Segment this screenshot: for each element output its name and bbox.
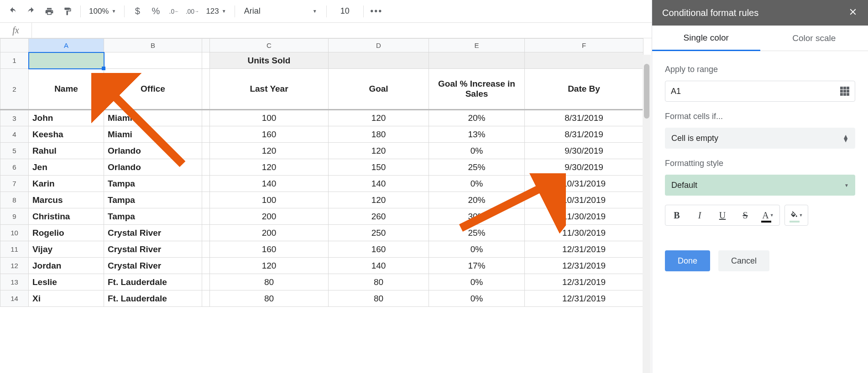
cell[interactable]: 160 bbox=[210, 241, 329, 258]
cell[interactable]: Leslie bbox=[29, 274, 104, 290]
cell[interactable]: Rogelio bbox=[29, 225, 104, 241]
cell[interactable]: Last Year bbox=[210, 69, 329, 110]
cell[interactable]: 13% bbox=[429, 126, 525, 143]
cell[interactable]: 120 bbox=[329, 143, 429, 159]
cell[interactable]: 140 bbox=[329, 176, 429, 192]
cell[interactable]: Crystal River bbox=[104, 241, 202, 258]
currency-button[interactable]: $ bbox=[129, 3, 146, 20]
cell[interactable]: Crystal River bbox=[104, 225, 202, 241]
cell[interactable]: Jordan bbox=[29, 258, 104, 274]
zoom-dropdown[interactable]: 100%▼ bbox=[85, 7, 120, 16]
cell[interactable]: 250 bbox=[329, 225, 429, 241]
condition-dropdown[interactable]: Cell is empty ▲▼ bbox=[665, 128, 855, 149]
cell[interactable]: 120 bbox=[329, 192, 429, 208]
row-header[interactable]: 7 bbox=[0, 176, 29, 192]
scrollbar-thumb[interactable] bbox=[644, 64, 649, 119]
cell[interactable]: 20% bbox=[429, 192, 525, 208]
row-header[interactable]: 3 bbox=[0, 110, 29, 126]
row-header[interactable]: 14 bbox=[0, 290, 29, 307]
row-header[interactable]: 11 bbox=[0, 241, 29, 258]
col-header-a[interactable]: A bbox=[29, 39, 104, 52]
cell[interactable]: 200 bbox=[210, 225, 329, 241]
style-dropdown[interactable]: Default ▼ bbox=[665, 175, 855, 196]
cell[interactable]: 140 bbox=[329, 258, 429, 274]
cell[interactable]: 80 bbox=[329, 274, 429, 290]
percent-button[interactable]: % bbox=[147, 3, 164, 20]
cell[interactable]: 12/31/2019 bbox=[525, 258, 643, 274]
cancel-button[interactable]: Cancel bbox=[718, 250, 769, 271]
row-header[interactable]: 10 bbox=[0, 225, 29, 241]
cell[interactable]: 8/31/2019 bbox=[525, 126, 643, 143]
row-header[interactable]: 4 bbox=[0, 126, 29, 143]
cell[interactable]: 0% bbox=[429, 274, 525, 290]
print-button[interactable] bbox=[41, 3, 58, 20]
cell[interactable]: 17% bbox=[429, 258, 525, 274]
row-header[interactable]: 2 bbox=[0, 69, 29, 110]
cell[interactable]: 100 bbox=[210, 192, 329, 208]
cell[interactable]: Tampa bbox=[104, 192, 202, 208]
cell[interactable]: 100 bbox=[210, 110, 329, 126]
cell[interactable]: Orlando bbox=[104, 159, 202, 176]
paint-format-button[interactable] bbox=[59, 3, 76, 20]
cell[interactable]: 11/30/2019 bbox=[525, 225, 643, 241]
row-header[interactable]: 12 bbox=[0, 258, 29, 274]
cell[interactable]: 200 bbox=[210, 208, 329, 225]
cell[interactable]: 260 bbox=[329, 208, 429, 225]
cell[interactable]: 8/31/2019 bbox=[525, 110, 643, 126]
cell[interactable]: John bbox=[29, 110, 104, 126]
bold-button[interactable]: B bbox=[665, 205, 688, 225]
cell[interactable]: Jen bbox=[29, 159, 104, 176]
font-size-input[interactable]: 10 bbox=[331, 6, 359, 16]
cell[interactable]: Miami bbox=[104, 126, 202, 143]
cell[interactable]: 160 bbox=[329, 241, 429, 258]
cell[interactable]: 120 bbox=[210, 143, 329, 159]
close-icon[interactable] bbox=[848, 7, 858, 19]
cell[interactable]: Office bbox=[104, 69, 202, 110]
col-header-b[interactable]: B bbox=[104, 39, 202, 52]
increase-decimal-button[interactable]: .00→ bbox=[184, 3, 200, 20]
cell[interactable]: Crystal River bbox=[104, 258, 202, 274]
cell[interactable]: 12/31/2019 bbox=[525, 290, 643, 307]
col-header-c[interactable]: C bbox=[210, 39, 329, 52]
done-button[interactable]: Done bbox=[665, 250, 710, 271]
row-header[interactable]: 6 bbox=[0, 159, 29, 176]
row-header[interactable]: 1 bbox=[0, 52, 29, 69]
cell[interactable]: 80 bbox=[210, 274, 329, 290]
cell[interactable]: 10/31/2019 bbox=[525, 176, 643, 192]
cell[interactable]: 0% bbox=[429, 176, 525, 192]
row-header[interactable]: 5 bbox=[0, 143, 29, 159]
col-header-f[interactable]: F bbox=[525, 39, 643, 52]
tab-color-scale[interactable]: Color scale bbox=[760, 26, 868, 51]
cell-a1[interactable] bbox=[29, 52, 104, 69]
cell[interactable]: 11/30/2019 bbox=[525, 208, 643, 225]
cell[interactable]: Christina bbox=[29, 208, 104, 225]
font-dropdown[interactable]: Arial▼ bbox=[240, 6, 322, 16]
cell[interactable]: 0% bbox=[429, 143, 525, 159]
col-header-e[interactable]: E bbox=[429, 39, 525, 52]
grid[interactable]: A B C D E F 1 Units Sold 2 Name Office L… bbox=[0, 38, 643, 307]
fill-color-button[interactable]: ▼ bbox=[785, 205, 808, 225]
cell[interactable] bbox=[104, 52, 202, 69]
row-header[interactable]: 9 bbox=[0, 208, 29, 225]
cell[interactable]: Rahul bbox=[29, 143, 104, 159]
cell[interactable] bbox=[329, 52, 429, 69]
cell[interactable]: 80 bbox=[210, 290, 329, 307]
row-header[interactable]: 13 bbox=[0, 274, 29, 290]
cell[interactable]: 9/30/2019 bbox=[525, 159, 643, 176]
select-range-icon[interactable] bbox=[840, 87, 849, 96]
cell[interactable]: 10/31/2019 bbox=[525, 192, 643, 208]
col-header-d[interactable]: D bbox=[329, 39, 429, 52]
cell[interactable]: 150 bbox=[329, 159, 429, 176]
cell[interactable]: 140 bbox=[210, 176, 329, 192]
cell[interactable]: Tampa bbox=[104, 208, 202, 225]
cell[interactable]: 12/31/2019 bbox=[525, 241, 643, 258]
vertical-scrollbar[interactable] bbox=[643, 55, 651, 373]
cell[interactable]: 12/31/2019 bbox=[525, 274, 643, 290]
cell[interactable]: Karin bbox=[29, 176, 104, 192]
cell[interactable]: 0% bbox=[429, 290, 525, 307]
italic-button[interactable]: I bbox=[688, 205, 711, 225]
cell[interactable]: Marcus bbox=[29, 192, 104, 208]
tab-single-color[interactable]: Single color bbox=[652, 26, 760, 51]
cell[interactable]: 120 bbox=[210, 258, 329, 274]
decrease-decimal-button[interactable]: .0← bbox=[166, 3, 182, 20]
